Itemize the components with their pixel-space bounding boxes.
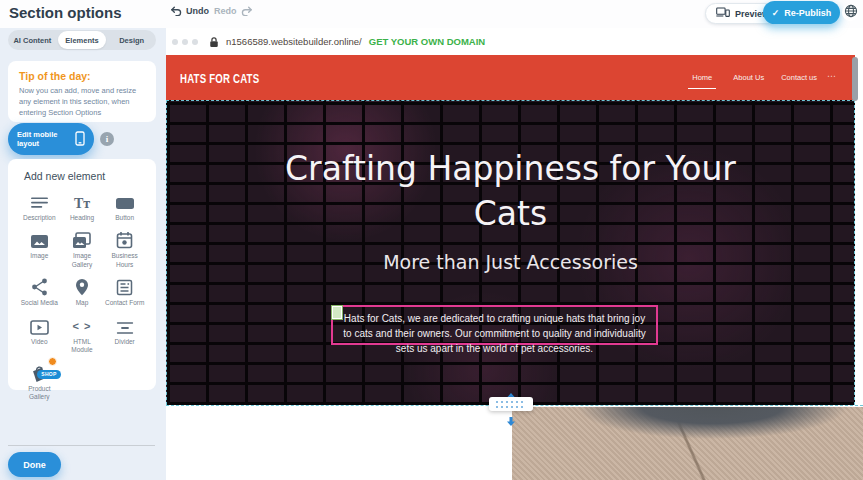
add-element-social-media[interactable]: Social Media — [18, 276, 61, 307]
site-nav: Home About Us Contact us — [688, 55, 817, 100]
element-label: Product Gallery — [19, 385, 59, 402]
info-icon: i — [106, 134, 109, 144]
add-element-heading[interactable]: Tᴛ Heading — [61, 191, 104, 222]
element-label: Business Hours — [105, 252, 145, 269]
html-module-icon: < > — [73, 315, 92, 335]
tab-design[interactable]: Design — [107, 30, 156, 50]
element-label: Heading — [70, 214, 94, 222]
section-resize-handle[interactable] — [489, 397, 533, 411]
lock-icon — [209, 36, 219, 48]
add-element-map[interactable]: Map — [61, 276, 104, 307]
element-label: Video — [31, 338, 48, 346]
add-element-description[interactable]: Description — [18, 191, 61, 222]
redo-icon — [241, 6, 253, 16]
done-button[interactable]: Done — [8, 452, 61, 477]
add-element-contact-form[interactable]: Contact Form — [103, 276, 146, 307]
done-label: Done — [23, 460, 46, 470]
grip-dots-icon — [496, 401, 526, 408]
tab-elements[interactable]: Elements — [58, 31, 107, 49]
element-label: Contact Form — [105, 299, 144, 307]
undo-button[interactable]: Undo — [170, 6, 209, 16]
nav-more-icon[interactable]: ⋯ — [827, 71, 837, 81]
element-label: Map — [76, 299, 89, 307]
element-label: Image — [30, 252, 48, 260]
hero-heading[interactable]: Crafting Happiness for Your Cats — [271, 147, 751, 236]
site-logo[interactable]: HATS FOR CATS — [180, 71, 259, 85]
window-dots-icon — [172, 39, 198, 45]
site-header: HATS FOR CATS Home About Us Contact us ⋯ — [166, 55, 855, 100]
selection-handle[interactable] — [332, 306, 342, 319]
element-label: Description — [23, 214, 56, 222]
site-url: n1566589.websitebuilder.online/ — [226, 36, 362, 47]
next-section-image[interactable] — [512, 407, 863, 480]
add-element-image[interactable]: Image — [18, 229, 61, 269]
section-options-sidebar: AI Content Elements Design Tip of the da… — [0, 28, 166, 480]
info-button[interactable]: i — [100, 132, 114, 146]
hero-body-text: Hats for Cats, we are dedicated to craft… — [343, 313, 645, 354]
check-icon: ✓ — [772, 8, 780, 18]
undo-label: Undo — [186, 6, 209, 16]
video-icon — [30, 315, 49, 335]
contact-form-icon — [116, 276, 133, 296]
description-icon — [30, 191, 49, 211]
new-badge — [48, 357, 57, 366]
element-label: Divider — [115, 338, 135, 346]
language-globe-button[interactable] — [842, 4, 859, 21]
app-window: Section options Undo Redo Preview ✓ Re-P… — [0, 0, 863, 480]
get-domain-link[interactable]: GET YOUR OWN DOMAIN — [369, 36, 485, 47]
divider-icon — [116, 315, 134, 335]
nav-item-contact[interactable]: Contact us — [781, 73, 817, 82]
tip-of-the-day-card: Tip of the day: Now you can add, move an… — [8, 61, 156, 122]
republish-label: Re-Publish — [784, 8, 831, 18]
hero-section[interactable]: Crafting Happiness for Your Cats More th… — [166, 100, 855, 405]
devices-icon — [716, 7, 730, 20]
edit-mobile-label: Edit mobile layout — [17, 130, 69, 148]
tip-title: Tip of the day: — [19, 70, 145, 82]
add-element-html-module[interactable]: < > HTML Module — [61, 315, 104, 355]
shop-badge: SHOP — [37, 370, 60, 379]
resize-arrow-down-icon — [506, 412, 516, 430]
sidebar-tabs: AI Content Elements Design — [8, 30, 156, 50]
hero-text-block[interactable]: Hats for Cats, we are dedicated to craft… — [331, 305, 658, 345]
add-element-product-gallery[interactable]: SHOP Product Gallery — [18, 362, 61, 402]
tab-ai-content[interactable]: AI Content — [8, 30, 57, 50]
heading-icon: Tᴛ — [74, 191, 90, 211]
add-element-image-gallery[interactable]: Image Gallery — [61, 229, 104, 269]
nav-item-home[interactable]: Home — [688, 73, 716, 89]
republish-button[interactable]: ✓ Re-Publish — [763, 1, 840, 24]
image-icon — [30, 229, 49, 249]
element-grid: Description Tᴛ Heading Button Image Imag… — [18, 191, 146, 402]
add-element-divider[interactable]: Divider — [103, 315, 146, 355]
tip-body: Now you can add, move and resize any ele… — [19, 86, 145, 119]
undo-icon — [170, 6, 182, 16]
element-label: Button — [115, 214, 134, 222]
phone-icon — [75, 131, 85, 148]
top-toolbar: Section options Undo Redo Preview ✓ Re-P… — [0, 0, 863, 28]
element-label: Image Gallery — [62, 252, 102, 269]
business-hours-icon — [116, 229, 133, 249]
add-panel-title: Add new element — [24, 170, 146, 182]
preview-browser-bar: n1566589.websitebuilder.online/ GET YOUR… — [166, 28, 863, 55]
redo-label: Redo — [214, 6, 237, 16]
element-label: Social Media — [21, 299, 58, 307]
add-element-button[interactable]: Button — [103, 191, 146, 222]
social-media-icon — [31, 276, 48, 296]
image-gallery-icon — [72, 229, 91, 249]
redo-button[interactable]: Redo — [214, 6, 253, 16]
element-label: HTML Module — [62, 338, 102, 355]
globe-icon — [844, 4, 858, 22]
map-icon — [75, 276, 89, 296]
preview-scrollbar[interactable] — [852, 57, 858, 101]
add-element-business-hours[interactable]: Business Hours — [103, 229, 146, 269]
page-title: Section options — [9, 4, 122, 21]
add-new-element-panel: Add new element Description Tᴛ Heading B… — [8, 159, 156, 390]
hero-subheading[interactable]: More than Just Accessories — [167, 251, 854, 273]
button-icon — [115, 191, 135, 211]
add-element-video[interactable]: Video — [18, 315, 61, 355]
edit-mobile-layout-button[interactable]: Edit mobile layout — [8, 123, 94, 155]
sidebar-divider — [8, 445, 155, 446]
nav-item-about[interactable]: About Us — [733, 73, 764, 82]
